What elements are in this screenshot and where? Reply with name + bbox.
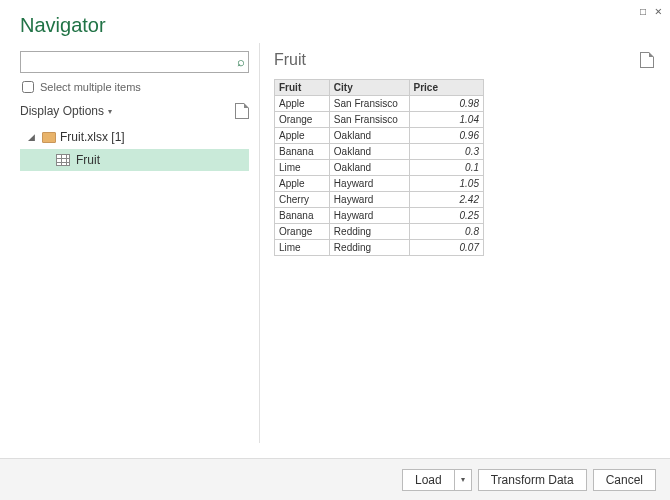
- cell-city: San Fransisco: [329, 112, 409, 128]
- table-row[interactable]: AppleHayward1.05: [275, 176, 484, 192]
- table-row[interactable]: OrangeSan Fransisco1.04: [275, 112, 484, 128]
- cell-city: Oakland: [329, 128, 409, 144]
- cell-fruit: Lime: [275, 240, 330, 256]
- cell-price: 0.07: [409, 240, 484, 256]
- cell-city: Oakland: [329, 160, 409, 176]
- cell-city: Oakland: [329, 144, 409, 160]
- navigator-panel: ⌕ Select multiple items Display Options …: [0, 43, 260, 443]
- cell-fruit: Cherry: [275, 192, 330, 208]
- chevron-down-icon: ▾: [108, 107, 112, 116]
- cell-price: 0.1: [409, 160, 484, 176]
- cell-fruit: Lime: [275, 160, 330, 176]
- tree-folder-label: Fruit.xlsx [1]: [60, 130, 125, 144]
- document-icon[interactable]: [235, 103, 249, 119]
- cancel-button[interactable]: Cancel: [593, 469, 656, 491]
- cell-fruit: Orange: [275, 112, 330, 128]
- cell-price: 0.98: [409, 96, 484, 112]
- tree-folder[interactable]: ◢ Fruit.xlsx [1]: [20, 127, 249, 147]
- cell-price: 0.96: [409, 128, 484, 144]
- cell-fruit: Banana: [275, 208, 330, 224]
- cell-city: San Fransisco: [329, 96, 409, 112]
- load-dropdown-caret[interactable]: ▾: [454, 469, 472, 491]
- maximize-icon[interactable]: ☐: [640, 4, 647, 18]
- cell-price: 1.04: [409, 112, 484, 128]
- search-input[interactable]: [20, 51, 249, 73]
- preview-panel: Fruit Fruit City Price AppleSan Fransisc…: [260, 43, 670, 443]
- cell-price: 0.8: [409, 224, 484, 240]
- table-row[interactable]: AppleSan Fransisco0.98: [275, 96, 484, 112]
- table-row[interactable]: BananaHayward0.25: [275, 208, 484, 224]
- display-options-label: Display Options: [20, 104, 104, 118]
- table-icon: [56, 154, 70, 166]
- cell-fruit: Orange: [275, 224, 330, 240]
- tree-leaf-selected[interactable]: Fruit: [20, 149, 249, 171]
- table-row[interactable]: LimeRedding0.07: [275, 240, 484, 256]
- preview-title: Fruit: [274, 51, 306, 69]
- cell-city: Hayward: [329, 192, 409, 208]
- column-header-price[interactable]: Price: [409, 80, 484, 96]
- tree-leaf-label: Fruit: [76, 153, 100, 167]
- cell-city: Redding: [329, 224, 409, 240]
- select-multiple-checkbox[interactable]: [22, 81, 34, 93]
- select-multiple-label: Select multiple items: [40, 81, 141, 93]
- folder-icon: [42, 132, 56, 143]
- table-row[interactable]: LimeOakland0.1: [275, 160, 484, 176]
- cell-fruit: Apple: [275, 128, 330, 144]
- table-row[interactable]: CherryHayward2.42: [275, 192, 484, 208]
- search-icon[interactable]: ⌕: [237, 54, 245, 69]
- close-icon[interactable]: ✕: [655, 4, 662, 18]
- page-title: Navigator: [20, 14, 650, 37]
- cell-city: Hayward: [329, 208, 409, 224]
- cell-price: 0.3: [409, 144, 484, 160]
- cell-price: 0.25: [409, 208, 484, 224]
- table-row[interactable]: AppleOakland0.96: [275, 128, 484, 144]
- cell-fruit: Banana: [275, 144, 330, 160]
- transform-data-button[interactable]: Transform Data: [478, 469, 587, 491]
- cell-city: Redding: [329, 240, 409, 256]
- table-row[interactable]: BananaOakland0.3: [275, 144, 484, 160]
- preview-table: Fruit City Price AppleSan Fransisco0.98O…: [274, 79, 484, 256]
- table-row[interactable]: OrangeRedding0.8: [275, 224, 484, 240]
- footer-bar: Load ▾ Transform Data Cancel: [0, 458, 670, 500]
- load-split-button[interactable]: Load ▾: [402, 469, 472, 491]
- tree-view: ◢ Fruit.xlsx [1] Fruit: [20, 127, 249, 171]
- cell-price: 1.05: [409, 176, 484, 192]
- cell-price: 2.42: [409, 192, 484, 208]
- column-header-city[interactable]: City: [329, 80, 409, 96]
- cell-fruit: Apple: [275, 96, 330, 112]
- load-button[interactable]: Load: [402, 469, 454, 491]
- cell-city: Hayward: [329, 176, 409, 192]
- column-header-fruit[interactable]: Fruit: [275, 80, 330, 96]
- cell-fruit: Apple: [275, 176, 330, 192]
- document-icon[interactable]: [640, 52, 654, 68]
- caret-down-icon: ◢: [28, 132, 38, 142]
- display-options-dropdown[interactable]: Display Options ▾: [20, 104, 112, 118]
